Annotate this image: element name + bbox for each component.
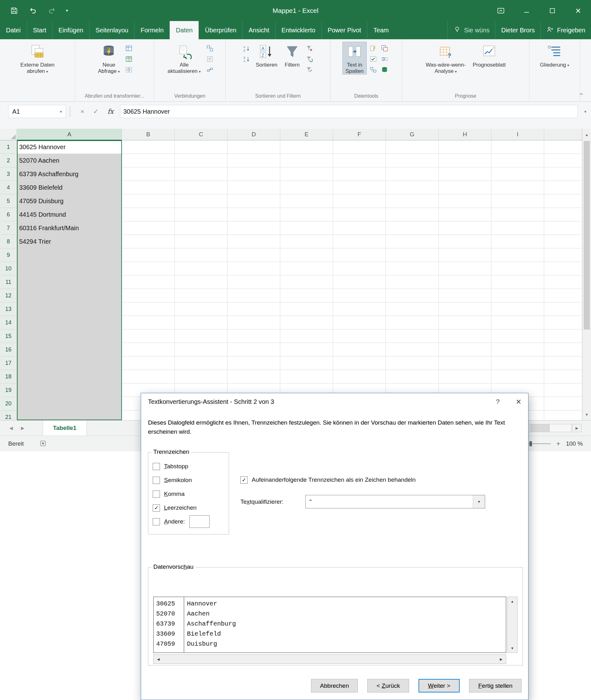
delimiter-komma[interactable]: Komma xyxy=(153,487,229,501)
scroll-up-icon[interactable]: ▲ xyxy=(583,129,591,140)
zoom-level[interactable]: 100 % xyxy=(566,440,583,447)
tab-daten[interactable]: Daten xyxy=(170,21,199,39)
cell-A13[interactable] xyxy=(17,302,122,316)
select-all-corner[interactable] xyxy=(0,129,17,140)
cell-I4[interactable] xyxy=(491,181,544,194)
cell-H3[interactable] xyxy=(439,167,491,181)
cell-D13[interactable] xyxy=(227,302,280,316)
cell-C4[interactable] xyxy=(175,181,227,194)
save-icon[interactable] xyxy=(9,6,19,15)
row-header-14[interactable]: 14 xyxy=(0,316,17,330)
checkbox[interactable] xyxy=(153,477,160,484)
cancel-button[interactable]: Abbrechen xyxy=(311,679,358,692)
formula-input[interactable]: 30625 Hannover xyxy=(120,105,578,118)
data-preview[interactable]: 30625Hannover52070Aachen63739Aschaffenbu… xyxy=(153,597,506,653)
cell-E18[interactable] xyxy=(280,370,333,383)
cell-I3[interactable] xyxy=(491,167,544,181)
cell-I8[interactable] xyxy=(491,235,544,249)
cell-A17[interactable] xyxy=(17,356,122,370)
cell-B11[interactable] xyxy=(122,275,175,289)
cell-I11[interactable] xyxy=(491,275,544,289)
row-header-18[interactable]: 18 xyxy=(0,370,17,383)
redo-icon[interactable] xyxy=(47,6,57,15)
delimiter-semikolon[interactable]: Semikolon xyxy=(153,473,229,487)
new-query-button[interactable]: NeueAbfrage▾ xyxy=(95,42,123,74)
close-icon[interactable]: × xyxy=(516,397,521,407)
cell-C17[interactable] xyxy=(175,356,227,370)
cell-partial-20[interactable] xyxy=(544,397,582,410)
cell-partial-19[interactable] xyxy=(544,383,582,397)
row-header-6[interactable]: 6 xyxy=(0,208,17,221)
cell-B8[interactable] xyxy=(122,235,175,249)
cell-D8[interactable] xyxy=(227,235,280,249)
row-header-16[interactable]: 16 xyxy=(0,343,17,356)
cell-A11[interactable] xyxy=(17,275,122,289)
cell-B5[interactable] xyxy=(122,194,175,208)
delimiter-leerzeichen[interactable]: ✓Leerzeichen xyxy=(153,501,229,515)
cell-C7[interactable] xyxy=(175,221,227,235)
customize-quick-access-icon[interactable]: ▾ xyxy=(66,8,68,13)
column-header-C[interactable]: C xyxy=(175,129,227,140)
cell-G18[interactable] xyxy=(386,370,439,383)
advanced-filter-icon[interactable] xyxy=(305,66,313,74)
consecutive-delimiters-checkbox[interactable]: ✓ xyxy=(240,476,248,484)
cell-F7[interactable] xyxy=(333,221,386,235)
cell-B6[interactable] xyxy=(122,208,175,221)
cell-partial-17[interactable] xyxy=(544,356,582,370)
row-header-15[interactable]: 15 xyxy=(0,330,17,343)
vertical-scrollbar[interactable]: ▲ ▼ xyxy=(582,129,591,420)
cell-G9[interactable] xyxy=(386,249,439,262)
cell-partial-13[interactable] xyxy=(544,302,582,316)
tab-team[interactable]: Team xyxy=(367,21,395,39)
scroll-right-icon[interactable]: ▶ xyxy=(572,424,582,432)
cell-A7[interactable]: 60316 Frankfurt/Main xyxy=(17,221,122,235)
cell-I17[interactable] xyxy=(491,356,544,370)
cell-H8[interactable] xyxy=(439,235,491,249)
cell-E17[interactable] xyxy=(280,356,333,370)
minimize-icon[interactable] xyxy=(514,0,539,21)
dialog-titlebar[interactable]: Textkonvertierungs-Assistent - Schritt 2… xyxy=(141,393,528,410)
cell-B2[interactable] xyxy=(122,154,175,167)
cell-F15[interactable] xyxy=(333,330,386,343)
row-header-3[interactable]: 3 xyxy=(0,167,17,181)
text-to-columns-button[interactable]: Text inSpalten xyxy=(342,42,367,74)
cell-partial-10[interactable] xyxy=(544,262,582,275)
cell-I10[interactable] xyxy=(491,262,544,275)
sheet-nav-right-icon[interactable]: ▶ xyxy=(21,426,24,431)
cell-partial-7[interactable] xyxy=(544,221,582,235)
column-header-D[interactable]: D xyxy=(227,129,280,140)
cell-E8[interactable] xyxy=(280,235,333,249)
cell-G11[interactable] xyxy=(386,275,439,289)
cell-partial-21[interactable] xyxy=(544,410,582,420)
cell-H10[interactable] xyxy=(439,262,491,275)
cell-I6[interactable] xyxy=(491,208,544,221)
cell-D14[interactable] xyxy=(227,316,280,330)
what-if-analysis-button[interactable]: ? Was-wäre-wenn-Analyse▾ xyxy=(422,42,469,74)
cell-C1[interactable] xyxy=(175,140,227,154)
cell-A16[interactable] xyxy=(17,343,122,356)
cell-B10[interactable] xyxy=(122,262,175,275)
cell-H13[interactable] xyxy=(439,302,491,316)
column-header-A[interactable]: A xyxy=(17,129,122,140)
ribbon-display-options-icon[interactable] xyxy=(488,0,514,21)
checkbox[interactable] xyxy=(153,518,160,526)
column-header-I[interactable]: I xyxy=(491,129,544,140)
cell-B17[interactable] xyxy=(122,356,175,370)
cell-G5[interactable] xyxy=(386,194,439,208)
column-header-H[interactable]: H xyxy=(439,129,491,140)
cell-H4[interactable] xyxy=(439,181,491,194)
tab-start[interactable]: Start xyxy=(27,21,52,39)
cell-F17[interactable] xyxy=(333,356,386,370)
cell-F5[interactable] xyxy=(333,194,386,208)
next-button[interactable]: Weiter > xyxy=(418,679,460,692)
cell-D5[interactable] xyxy=(227,194,280,208)
column-header-partial[interactable] xyxy=(544,129,582,140)
cell-G1[interactable] xyxy=(386,140,439,154)
sheet-nav-left-icon[interactable]: ◀ xyxy=(9,426,13,431)
cell-C10[interactable] xyxy=(175,262,227,275)
cell-H14[interactable] xyxy=(439,316,491,330)
scrollbar-thumb[interactable] xyxy=(531,424,550,432)
refresh-all-button[interactable]: Alleaktualisieren▾ xyxy=(164,42,204,74)
column-header-F[interactable]: F xyxy=(333,129,386,140)
clear-filter-icon[interactable] xyxy=(305,44,313,53)
